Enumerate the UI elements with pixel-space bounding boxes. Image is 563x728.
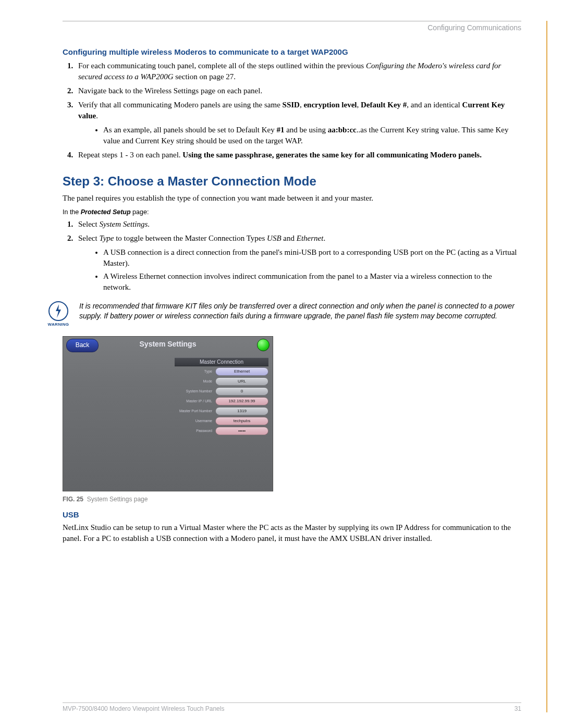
text-run: section on page 27. — [174, 72, 236, 81]
field-label: Type — [175, 369, 213, 373]
text-run-italic: Protected Setup — [81, 208, 131, 216]
field-row-mode: Mode URL — [175, 376, 268, 386]
master-connection-panel: Master Connection Type Ethernet Mode URL… — [175, 357, 268, 436]
text-run: Select — [78, 234, 99, 242]
field-label: Master Port Number — [175, 409, 213, 413]
text-run: to toggle between the Master Connection … — [114, 234, 267, 242]
figure-number: FIG. 25 — [63, 496, 83, 503]
heading-usb: USB — [63, 510, 521, 519]
username-field[interactable]: techpubs — [215, 417, 268, 425]
page-footer: MVP-7500/8400 Modero Viewpoint Wireless … — [63, 702, 521, 712]
header-rule — [63, 21, 521, 21]
text-run-italic: Ethernet — [297, 234, 324, 242]
page-accent-bar — [546, 21, 547, 712]
text-run: . — [148, 220, 150, 228]
list-item: A Wireless Ethernet connection involves … — [103, 271, 521, 293]
footer-doc-title: MVP-7500/8400 Modero Viewpoint Wireless … — [63, 705, 224, 712]
usb-paragraph: NetLinx Studio can be setup to run a Vir… — [63, 522, 521, 544]
list-item: Navigate back to the Wireless Settings p… — [75, 85, 521, 96]
field-label: Master IP / URL — [175, 399, 213, 403]
password-field[interactable]: ••••• — [215, 427, 268, 435]
field-label: System Number — [175, 389, 213, 393]
text-run: . — [323, 234, 325, 242]
warning-icon-container: WARNING — [47, 301, 70, 327]
field-row-master-ip: Master IP / URL 192.192.99.99 — [175, 396, 268, 406]
screenshot-title: System Settings — [63, 340, 273, 348]
text-run-italic: USB — [267, 234, 282, 242]
screenshot-topbar: Back System Settings — [63, 337, 273, 353]
text-run: Verify that all communicating Modero pan… — [78, 101, 283, 109]
step3-intro: The panel requires you establish the typ… — [63, 193, 521, 203]
warning-block: WARNING It is recommended that firmware … — [47, 301, 521, 327]
heading-step3: Step 3: Choose a Master Connection Mode — [63, 174, 521, 189]
text-run: In the — [63, 208, 81, 216]
system-number-field[interactable]: 0 — [215, 387, 268, 396]
list-item: For each communicating touch panel, comp… — [75, 60, 521, 82]
text-run: , — [357, 101, 361, 109]
text-run-bold: encryption level — [303, 101, 357, 109]
field-row-system-number: System Number 0 — [175, 386, 268, 396]
sub-bullet-list: As an example, all panels should be set … — [78, 125, 521, 146]
text-run: Select — [78, 220, 99, 228]
text-run: For each communicating touch panel, comp… — [78, 61, 366, 70]
mode-button[interactable]: URL — [215, 377, 268, 386]
text-run-bold: SSID — [283, 101, 300, 109]
text-run: , and an identical — [407, 101, 462, 109]
list-item: Repeat steps 1 - 3 on each panel. Using … — [75, 150, 521, 161]
text-run: and be using — [284, 126, 327, 134]
warning-text: It is recommended that firmware KIT file… — [79, 301, 521, 321]
heading-config-multi: Configuring multiple wireless Moderos to… — [63, 47, 521, 56]
text-run-italic: Type — [99, 234, 114, 242]
footer-page-number: 31 — [515, 705, 521, 712]
text-run-bold: Default Key # — [361, 101, 407, 109]
list-item: A USB connection is a direct connection … — [103, 247, 521, 269]
config-steps-list: For each communicating touch panel, comp… — [63, 60, 521, 161]
list-item: Verify that all communicating Modero pan… — [75, 100, 521, 146]
master-ip-field[interactable]: 192.192.99.99 — [215, 397, 268, 405]
figure-caption-text: System Settings page — [87, 496, 148, 503]
field-row-master-port: Master Port Number 1319 — [175, 406, 268, 416]
field-row-type: Type Ethernet — [175, 366, 268, 376]
step3-steps-list: Select System Settings. Select Type to t… — [63, 219, 521, 293]
header-section-label: Configuring Communications — [63, 23, 521, 32]
list-item: As an example, all panels should be set … — [103, 125, 521, 146]
footer-rule — [63, 702, 521, 703]
text-run: As an example, all panels should be set … — [103, 126, 276, 134]
field-label: Mode — [175, 379, 213, 383]
warning-label: WARNING — [47, 322, 70, 327]
list-item: Select Type to toggle between the Master… — [75, 233, 521, 293]
master-port-field[interactable]: 1319 — [215, 407, 268, 415]
status-indicator-icon[interactable] — [257, 339, 270, 351]
text-run-bold: Using the same passphrase, generates the… — [182, 151, 482, 159]
text-run: and — [282, 234, 297, 242]
field-row-username: Username techpubs — [175, 416, 268, 426]
text-run-italic: System Settings — [99, 220, 148, 228]
text-run-bold: aa:bb:cc — [328, 126, 357, 134]
field-label: Username — [175, 419, 213, 423]
panel-header: Master Connection — [175, 357, 268, 366]
figure-caption: FIG. 25 System Settings page — [63, 496, 521, 503]
type-button[interactable]: Ethernet — [215, 367, 268, 376]
system-settings-screenshot: Back System Settings Master Connection T… — [63, 336, 273, 491]
field-row-password: Password ••••• — [175, 426, 268, 436]
list-item: Select System Settings. — [75, 219, 521, 230]
text-run: page: — [131, 208, 149, 216]
lightning-icon — [48, 301, 68, 321]
field-label: Password — [175, 429, 213, 433]
text-run: Repeat steps 1 - 3 on each panel. — [78, 151, 182, 159]
text-run-bold: #1 — [276, 126, 284, 134]
text-run: . — [96, 112, 98, 120]
sub-bullet-list: A USB connection is a direct connection … — [78, 247, 521, 293]
protected-setup-line: In the Protected Setup page: — [63, 208, 521, 216]
